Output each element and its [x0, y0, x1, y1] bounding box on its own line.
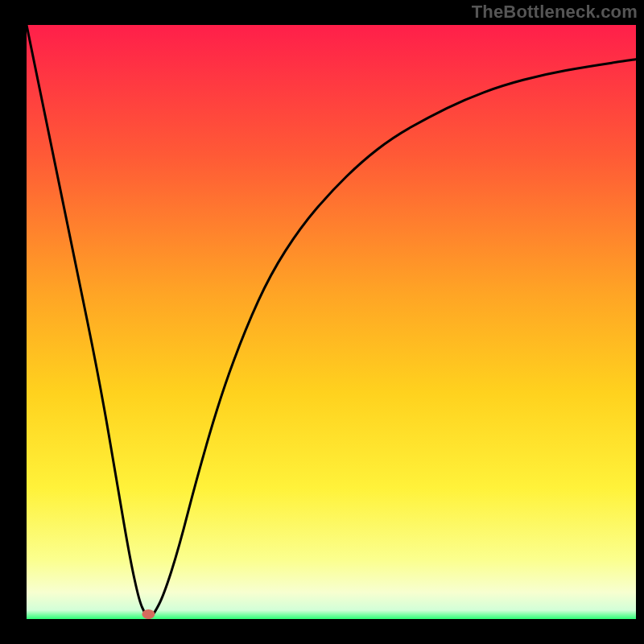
chart-frame: TheBottleneck.com [0, 0, 644, 644]
gradient-background [27, 25, 636, 619]
bottleneck-chart [27, 25, 636, 619]
watermark-text: TheBottleneck.com [472, 2, 638, 23]
optimal-point-marker [142, 609, 155, 619]
